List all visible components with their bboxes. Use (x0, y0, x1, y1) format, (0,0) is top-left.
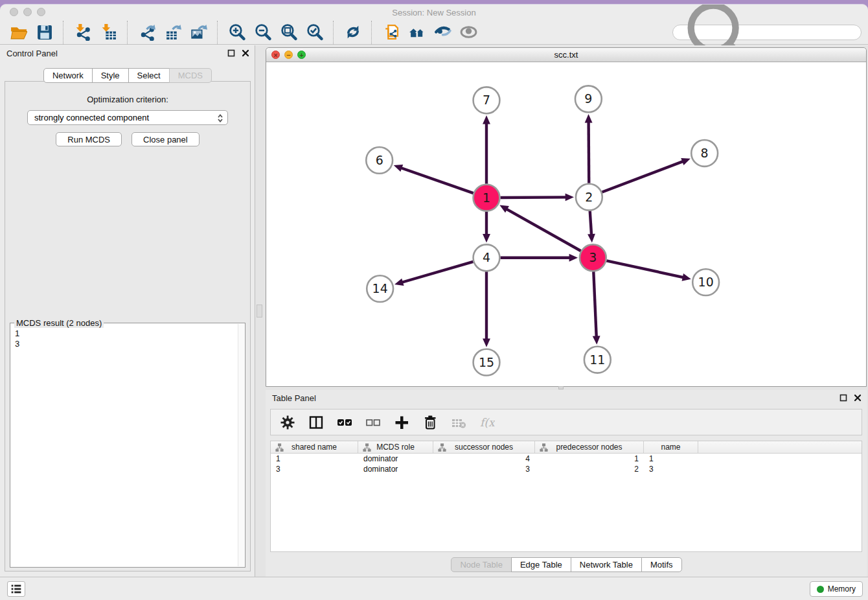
float-table-panel-icon[interactable] (839, 394, 847, 402)
first-neighbors-button[interactable] (407, 23, 426, 41)
zoom-in-button[interactable] (227, 23, 246, 41)
window-controls (10, 8, 45, 16)
zoom-window-button[interactable] (37, 8, 45, 16)
tab-motifs[interactable]: Motifs (641, 557, 682, 572)
graph-node-4[interactable]: 4 (474, 244, 500, 271)
style-visibility-button[interactable] (433, 23, 452, 41)
style-visibility-icon (434, 23, 451, 41)
horizontal-divider-handle[interactable] (558, 386, 564, 389)
cell-name[interactable]: 3 (644, 464, 698, 474)
column-header-shared-name[interactable]: shared name (271, 441, 358, 453)
tab-mcds[interactable]: MCDS (169, 68, 212, 83)
cell-MCDS-role[interactable]: dominator (358, 454, 433, 464)
apply-layout-button[interactable] (343, 23, 362, 41)
open-session-button[interactable] (8, 23, 28, 41)
graph-node-3[interactable]: 3 (580, 244, 606, 271)
select-all-columns-button[interactable] (337, 415, 352, 430)
export-network-icon (138, 23, 155, 41)
table-row[interactable]: 3dominator323 (271, 464, 862, 474)
show-columns-button[interactable] (308, 415, 324, 430)
run-mcds-button[interactable]: Run MCDS (56, 132, 122, 146)
tab-edge-table[interactable]: Edge Table (511, 557, 571, 572)
tab-network-table[interactable]: Network Table (571, 557, 642, 572)
graph-edge-1-6[interactable] (400, 168, 474, 193)
column-header-successor-nodes[interactable]: successor nodes (433, 441, 535, 453)
graph-canvas[interactable]: 1234678910111415 (266, 63, 866, 386)
graph-node-15[interactable]: 15 (474, 349, 500, 376)
cell-successor-nodes[interactable]: 4 (433, 454, 535, 464)
graph-node-14[interactable]: 14 (367, 275, 393, 302)
column-type-icon (363, 443, 371, 452)
column-header-name[interactable]: name (644, 441, 698, 453)
export-table-button[interactable] (163, 23, 182, 41)
task-monitor-button[interactable] (7, 581, 25, 597)
close-network-button[interactable]: × (271, 51, 280, 59)
node-table: shared nameMCDS rolesuccessor nodesprede… (270, 441, 862, 552)
control-panel: Control Panel NetworkStyleSelectMCDS Opt… (0, 45, 255, 577)
close-window-button[interactable] (10, 8, 18, 16)
float-panel-icon[interactable] (227, 49, 235, 57)
cell-predecessor-nodes[interactable]: 2 (535, 464, 644, 474)
minimize-window-button[interactable] (23, 8, 32, 16)
close-table-panel-icon[interactable] (854, 394, 862, 402)
zoom-fit-button[interactable] (279, 23, 298, 41)
column-header-predecessor-nodes[interactable]: predecessor nodes (535, 441, 644, 453)
graph-edge-1-2[interactable] (500, 197, 567, 198)
zoom-out-button[interactable] (253, 23, 272, 41)
import-table-button[interactable] (98, 23, 118, 41)
graph-edge-4-14[interactable] (402, 262, 474, 283)
graphics-details-button[interactable] (459, 23, 478, 41)
cell-predecessor-nodes[interactable]: 1 (535, 454, 644, 464)
graph-edge-3-11[interactable] (593, 271, 597, 338)
clone-network-button[interactable] (381, 23, 400, 41)
function-builder-icon: f(x) (479, 415, 495, 430)
graph-node-8[interactable]: 8 (691, 140, 718, 167)
memory-button[interactable]: Memory (810, 581, 863, 597)
graph-node-11[interactable]: 11 (584, 347, 611, 373)
cell-MCDS-role[interactable]: dominator (358, 464, 433, 474)
cell-shared-name[interactable]: 1 (271, 454, 358, 464)
deselect-all-columns-button[interactable] (365, 415, 381, 430)
close-panel-icon[interactable] (242, 49, 249, 57)
graph-node-2[interactable]: 2 (576, 184, 602, 211)
column-header-MCDS-role[interactable]: MCDS role (358, 441, 433, 453)
graph-edge-3-1[interactable] (506, 209, 581, 251)
table-toolbar: f(x) (270, 409, 862, 435)
graph-edge-3-10[interactable] (606, 260, 684, 277)
cell-successor-nodes[interactable]: 3 (433, 464, 535, 474)
graph-edge-2-8[interactable] (602, 161, 683, 192)
search-input[interactable] (758, 27, 861, 38)
minimize-network-button[interactable]: − (284, 51, 293, 59)
import-network-icon (74, 23, 91, 41)
graph-edge-2-3[interactable] (590, 211, 591, 236)
tab-style[interactable]: Style (92, 68, 129, 83)
tab-node-table[interactable]: Node Table (451, 557, 512, 572)
create-column-button[interactable] (394, 415, 409, 430)
graph-node-6[interactable]: 6 (366, 147, 393, 174)
result-scrollbar[interactable] (238, 324, 244, 566)
export-image-button[interactable] (188, 23, 208, 41)
delete-column-button[interactable] (422, 415, 438, 430)
zoom-selected-button[interactable] (304, 23, 324, 41)
network-window-title: scc.txt (266, 48, 866, 62)
column-type-icon (275, 443, 284, 452)
import-network-button[interactable] (73, 23, 92, 41)
cell-name[interactable]: 1 (644, 454, 698, 464)
export-network-button[interactable] (137, 23, 156, 41)
split-divider-handle[interactable] (257, 305, 262, 317)
tab-network[interactable]: Network (43, 68, 93, 83)
save-session-button[interactable] (34, 23, 54, 41)
criterion-select[interactable]: strongly connected component (27, 110, 228, 125)
graph-node-7[interactable]: 7 (474, 87, 500, 113)
table-row[interactable]: 1dominator411 (271, 454, 862, 464)
tab-select[interactable]: Select (128, 68, 170, 83)
graph-node-10[interactable]: 10 (692, 269, 719, 295)
maximize-network-button[interactable]: + (297, 51, 306, 59)
graph-node-1[interactable]: 1 (474, 185, 500, 211)
table-settings-button[interactable] (280, 415, 295, 430)
graph-edge-2-9[interactable] (589, 121, 589, 183)
close-panel-button[interactable]: Close panel (131, 132, 200, 146)
graph-node-9[interactable]: 9 (575, 86, 602, 112)
cell-shared-name[interactable]: 3 (271, 464, 358, 474)
zoom-out-icon (254, 23, 271, 41)
